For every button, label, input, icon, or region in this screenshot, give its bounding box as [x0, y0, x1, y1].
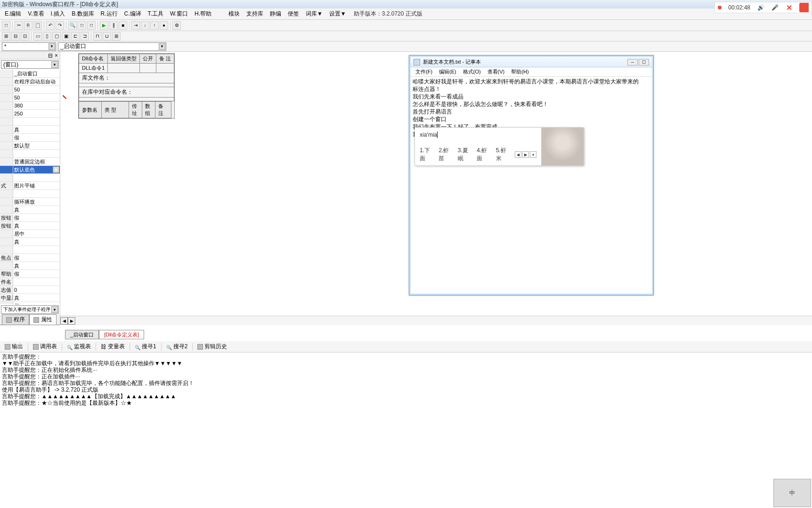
- menu-edit[interactable]: E.编辑: [2, 9, 24, 19]
- np-menu-file[interactable]: 文件(F): [413, 67, 435, 76]
- property-value[interactable]: 假: [13, 254, 60, 262]
- align-button[interactable]: ⊔: [103, 32, 111, 41]
- align-button[interactable]: ▢: [52, 32, 61, 41]
- ime-status-thumb[interactable]: 中: [773, 479, 811, 507]
- property-value[interactable]: 真: [13, 294, 60, 302]
- pause-button[interactable]: ‖: [109, 21, 118, 30]
- output-panel[interactable]: 言助手提醒您：▼▼助手正在加载中，请看到加载插件完毕后在执行其他操作▼▼▼▼▼言…: [0, 352, 812, 418]
- ime-cand[interactable]: 3.夏眠: [458, 147, 473, 163]
- undo-button[interactable]: ↶: [46, 21, 55, 30]
- align-button[interactable]: ⊞: [2, 32, 10, 41]
- np-menu-edit[interactable]: 编辑(E): [436, 67, 459, 76]
- step-button[interactable]: ⇥: [131, 21, 140, 30]
- cut-button[interactable]: ✂: [15, 21, 23, 30]
- property-row[interactable]: 默认底色▼: [0, 166, 60, 174]
- property-row[interactable]: 循环播放: [0, 198, 60, 206]
- property-value[interactable]: 假: [13, 134, 60, 141]
- otab-watch[interactable]: 监视表: [64, 342, 94, 352]
- dll-definition-table[interactable]: Dll命令名 返回值类型 公开 备 注 DLL命令1 库文件名： 在库中对应命令…: [78, 53, 175, 119]
- property-row[interactable]: 按钮真: [0, 222, 60, 230]
- maximize-button[interactable]: ☐: [639, 59, 649, 66]
- otab-clip[interactable]: 剪辑历史: [195, 342, 230, 352]
- panel-pin-icon[interactable]: ⊟: [47, 52, 54, 59]
- menu-insert[interactable]: I.插入: [48, 9, 68, 19]
- property-value[interactable]: 250: [13, 110, 60, 117]
- property-row[interactable]: [0, 150, 60, 158]
- ime-candidates[interactable]: 1.下面 2.虾苗 3.夏眠 4.虾面 5.虾米 ◀ ▶ ▾: [420, 147, 536, 163]
- property-value[interactable]: 普通固定边框: [13, 158, 60, 165]
- property-value[interactable]: 图片平铺: [13, 182, 60, 189]
- window-select-combo[interactable]: (窗口) ▼: [1, 60, 59, 69]
- otab-search1[interactable]: 搜寻1: [132, 342, 159, 352]
- menu-view[interactable]: V.查看: [25, 9, 47, 19]
- recorder-stop-button[interactable]: [799, 3, 809, 12]
- property-row[interactable]: 志值0: [0, 286, 60, 294]
- dll-cmd-cell[interactable]: DLL命令1: [79, 64, 108, 73]
- property-value[interactable]: [13, 190, 60, 197]
- property-row[interactable]: [0, 246, 60, 254]
- tab-program[interactable]: 程序: [2, 314, 29, 325]
- property-row[interactable]: 50: [0, 86, 60, 94]
- property-value[interactable]: [13, 174, 60, 181]
- property-value[interactable]: 真: [13, 262, 60, 270]
- align-button[interactable]: ⊓: [93, 32, 102, 41]
- property-value[interactable]: 居中: [13, 230, 60, 238]
- mic-mute-icon[interactable]: 🎤: [771, 4, 779, 11]
- property-row[interactable]: 在程序启动后自动: [0, 78, 60, 86]
- property-row[interactable]: 普通固定边框: [0, 158, 60, 166]
- property-value[interactable]: 50: [13, 86, 60, 93]
- notepad-content[interactable]: 哈喽大家好我是轩哥，欢迎大家来到轩哥的易语言小课堂，本期易语言小课堂给大家带来的…: [411, 77, 652, 294]
- ime-cand[interactable]: 5.虾米: [496, 147, 511, 163]
- otab-output[interactable]: 输出: [2, 342, 26, 352]
- tab-startup-window[interactable]: _启动窗口: [65, 330, 99, 339]
- align-button[interactable]: ⊏: [71, 32, 80, 41]
- align-button[interactable]: ⊟: [11, 32, 20, 41]
- otab-search2[interactable]: 搜寻2: [163, 342, 191, 352]
- toolbar-button[interactable]: □: [78, 21, 86, 30]
- toolbar-button[interactable]: □: [2, 21, 10, 30]
- property-row[interactable]: 按钮假: [0, 214, 60, 222]
- run-button[interactable]: ▶: [100, 21, 108, 30]
- tab-properties[interactable]: 属性: [29, 314, 57, 325]
- property-row[interactable]: 250: [0, 110, 60, 118]
- property-row[interactable]: 焦点假: [0, 254, 60, 262]
- breakpoint-button[interactable]: ●: [160, 21, 168, 30]
- menu-tools[interactable]: T.工具: [145, 9, 166, 19]
- otab-vars[interactable]: ⛓变量表: [98, 342, 128, 352]
- align-button[interactable]: ▯: [43, 32, 51, 41]
- ime-cand[interactable]: 1.下面: [420, 147, 435, 163]
- property-value[interactable]: 真: [13, 238, 60, 246]
- property-row[interactable]: 50: [0, 94, 60, 102]
- property-value[interactable]: 0: [13, 286, 60, 294]
- minimize-button[interactable]: ─: [627, 59, 638, 66]
- ime-next-icon[interactable]: ▶: [522, 151, 529, 158]
- dll-libcmd-row[interactable]: 在库中对应命令名：: [79, 87, 174, 98]
- np-menu-format[interactable]: 格式(O): [460, 67, 484, 76]
- chevron-down-icon[interactable]: ▼: [53, 166, 59, 173]
- align-button[interactable]: ▭: [33, 32, 42, 41]
- paste-button[interactable]: 📋: [33, 21, 42, 30]
- property-value[interactable]: 真: [13, 126, 60, 133]
- toolbar-button[interactable]: □: [87, 21, 96, 30]
- property-row[interactable]: 假: [0, 134, 60, 142]
- property-value[interactable]: _启动窗口: [13, 70, 60, 77]
- property-value[interactable]: 在程序启动后自动: [13, 78, 60, 85]
- panel-close-icon[interactable]: ×: [54, 52, 59, 59]
- menu-database[interactable]: B.数据库: [69, 9, 97, 19]
- step-into-button[interactable]: ↓: [141, 21, 149, 30]
- menu-dict[interactable]: 词库▼: [303, 9, 325, 19]
- property-row[interactable]: [0, 174, 60, 182]
- menu-window[interactable]: W.窗口: [167, 9, 191, 19]
- ime-prev-icon[interactable]: ◀: [515, 151, 521, 158]
- align-button[interactable]: ⊞: [112, 32, 121, 41]
- chevron-down-icon[interactable]: ▼: [159, 43, 165, 50]
- menu-support[interactable]: 支持库: [244, 9, 266, 19]
- property-row[interactable]: 帮助假: [0, 270, 60, 278]
- property-row[interactable]: 默认型: [0, 142, 60, 150]
- property-row[interactable]: 假: [0, 302, 60, 304]
- close-icon[interactable]: ✕: [785, 4, 793, 11]
- class-combo[interactable]: * ▼: [2, 42, 56, 51]
- property-value[interactable]: 假: [13, 214, 60, 221]
- find-button[interactable]: 🔍: [68, 21, 77, 30]
- menu-run[interactable]: R.运行: [98, 9, 121, 19]
